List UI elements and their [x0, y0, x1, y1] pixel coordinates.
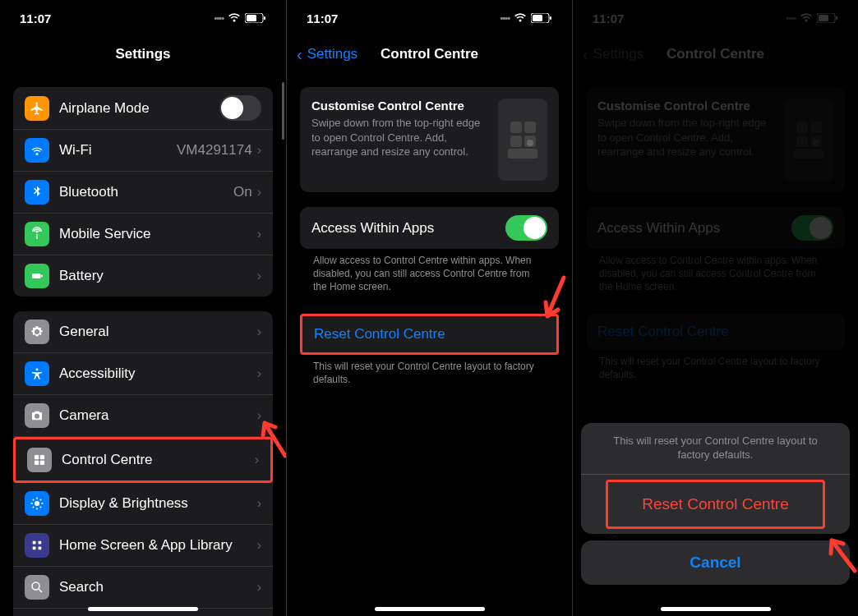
row-label: Access Within Apps: [311, 220, 505, 237]
row-label: Airplane Mode: [59, 100, 219, 117]
reset-section: Reset Control Centre: [300, 314, 559, 355]
svg-point-5: [36, 368, 39, 370]
airplane-toggle[interactable]: [219, 95, 261, 121]
svg-rect-13: [33, 547, 36, 550]
svg-rect-9: [40, 461, 44, 465]
card-title: Customise Control Centre: [311, 99, 488, 113]
chevron-right-icon: ›: [257, 269, 261, 283]
cellular-icon: ••••: [501, 13, 510, 23]
status-time: 11:07: [20, 11, 51, 25]
camera-icon: [25, 403, 49, 428]
row-label: Bluetooth: [59, 184, 233, 200]
row-wifi[interactable]: Wi-Fi VM4291174 ›: [13, 130, 273, 172]
status-indicators: ••••: [501, 13, 552, 23]
battery-icon: [25, 264, 49, 288]
row-reset-control-centre[interactable]: Reset Control Centre: [302, 316, 556, 352]
back-label: Settings: [307, 46, 358, 62]
reset-link: Reset Control Centre: [314, 326, 545, 342]
back-button[interactable]: ‹ Settings: [297, 45, 358, 64]
general-section: General › Accessibility › Camera › Contr…: [13, 311, 273, 616]
svg-point-15: [32, 582, 39, 590]
page-title: Settings: [115, 46, 170, 62]
svg-rect-11: [33, 541, 36, 545]
row-search[interactable]: Search ›: [13, 567, 273, 609]
sheet-message: This will reset your Control Centre layo…: [581, 423, 850, 475]
gear-icon: [25, 319, 49, 344]
row-value: VM4291174: [177, 142, 252, 159]
action-sheet: This will reset your Control Centre layo…: [581, 423, 850, 591]
status-indicators: ••••: [214, 13, 266, 23]
row-label: Search: [59, 579, 257, 595]
home-indicator[interactable]: [375, 607, 485, 611]
reset-helper: This will reset your Control Centre layo…: [300, 355, 559, 391]
settings-list[interactable]: Airplane Mode Wi-Fi VM4291174 › Bluetoot…: [0, 72, 286, 616]
svg-rect-22: [550, 16, 551, 20]
sheet-cancel-button[interactable]: Cancel: [581, 540, 850, 585]
card-desc: Swipe down from the top-right edge to op…: [311, 116, 488, 159]
network-section: Airplane Mode Wi-Fi VM4291174 › Bluetoot…: [13, 87, 273, 297]
status-time: 11:07: [307, 11, 338, 25]
row-label: Control Centre: [62, 452, 255, 468]
row-bluetooth[interactable]: Bluetooth On ›: [13, 172, 273, 214]
control-centre-icon: [27, 448, 52, 472]
row-label: Accessibility: [59, 365, 257, 382]
svg-rect-6: [35, 455, 39, 459]
svg-rect-4: [41, 275, 43, 278]
access-section: Access Within Apps: [300, 207, 559, 249]
row-accessibility[interactable]: Accessibility ›: [13, 353, 273, 395]
customise-card[interactable]: Customise Control Centre Swipe down from…: [300, 87, 559, 192]
row-airplane-mode[interactable]: Airplane Mode: [13, 87, 273, 130]
chevron-right-icon: ›: [257, 496, 261, 511]
svg-rect-21: [533, 15, 542, 21]
row-display-brightness[interactable]: Display & Brightness ›: [13, 483, 273, 525]
row-label: Mobile Service: [59, 226, 257, 242]
battery-status-icon: [531, 13, 552, 23]
row-label: Camera: [59, 407, 257, 424]
chevron-right-icon: ›: [257, 227, 261, 241]
status-bar: 11:07 ••••: [287, 0, 572, 36]
svg-rect-1: [247, 15, 256, 21]
chevron-right-icon: ›: [257, 580, 261, 595]
cellular-icon: ••••: [214, 13, 224, 23]
wifi-status-icon: [228, 13, 241, 23]
wifi-status-icon: [514, 13, 527, 23]
row-control-centre[interactable]: Control Centre ›: [13, 437, 273, 483]
row-label: Home Screen & App Library: [59, 537, 257, 554]
chevron-left-icon: ‹: [297, 45, 302, 64]
row-camera[interactable]: Camera ›: [13, 395, 273, 437]
svg-point-10: [35, 501, 39, 506]
chevron-right-icon: ›: [257, 324, 261, 339]
row-home-screen[interactable]: Home Screen & App Library ›: [13, 525, 273, 567]
row-access-within-apps[interactable]: Access Within Apps: [300, 207, 559, 249]
header: Settings: [0, 36, 286, 72]
chevron-right-icon: ›: [257, 408, 261, 423]
row-general[interactable]: General ›: [13, 311, 273, 353]
sheet-reset-button[interactable]: Reset Control Centre: [606, 480, 825, 529]
scrollbar[interactable]: [282, 82, 284, 140]
row-label: Wi-Fi: [59, 142, 177, 159]
header: ‹ Settings Control Centre: [287, 36, 572, 72]
status-bar: 11:07 ••••: [0, 0, 286, 36]
home-indicator[interactable]: [661, 607, 771, 611]
display-icon: [25, 491, 49, 516]
row-label: Battery: [59, 268, 257, 284]
row-battery[interactable]: Battery ›: [13, 255, 273, 297]
svg-rect-8: [35, 461, 39, 465]
access-helper: Allow access to Control Centre within ap…: [300, 249, 559, 299]
chevron-right-icon: ›: [257, 538, 261, 553]
chevron-right-icon: ›: [257, 185, 261, 200]
screenshot-3-action-sheet: 11:07 •••• ‹ Settings Control Centre Cus…: [572, 0, 858, 616]
chevron-right-icon: ›: [257, 366, 261, 381]
accessibility-icon: [25, 361, 49, 386]
home-screen-icon: [25, 533, 49, 558]
antenna-icon: [25, 222, 49, 246]
svg-rect-2: [264, 16, 265, 20]
row-value: On: [233, 184, 252, 200]
page-title: Control Centre: [381, 46, 478, 62]
row-mobile-service[interactable]: Mobile Service ›: [13, 214, 273, 255]
wifi-icon: [25, 138, 49, 163]
control-centre-preview: [498, 99, 547, 181]
home-indicator[interactable]: [88, 607, 198, 611]
access-toggle[interactable]: [505, 215, 547, 241]
svg-rect-3: [32, 274, 41, 278]
